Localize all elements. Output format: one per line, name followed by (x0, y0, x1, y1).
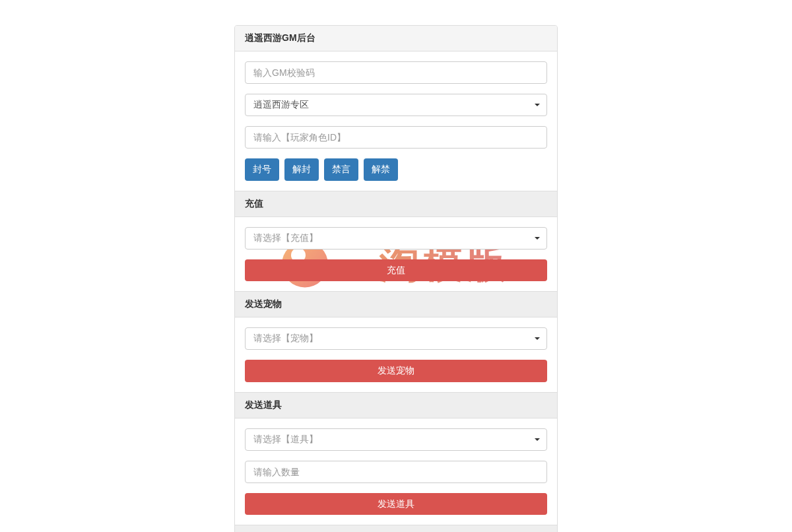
mute-button[interactable]: 禁言 (324, 158, 358, 181)
section-auction-pet: 拍卖宠物 (235, 525, 557, 532)
send-pet-button[interactable]: 发送宠物 (245, 360, 547, 382)
caret-down-icon (535, 237, 540, 240)
ban-button[interactable]: 封号 (245, 158, 279, 181)
item-select-placeholder: 请选择【道具】 (253, 434, 318, 446)
panel-title: 逍遥西游GM后台 (235, 26, 557, 51)
item-qty-input[interactable] (245, 461, 547, 483)
caret-down-icon (535, 438, 540, 441)
recharge-select-placeholder: 请选择【充值】 (253, 232, 318, 244)
item-select[interactable]: 请选择【道具】 (245, 428, 547, 451)
caret-down-icon (535, 337, 540, 340)
player-id-input[interactable] (245, 126, 547, 149)
gm-panel: 逍遥西游GM后台 逍遥西游专区 封号 解封 禁言 解禁 充值 请选择【充值】 (234, 25, 558, 532)
pet-select[interactable]: 请选择【宠物】 (245, 327, 547, 350)
caret-down-icon (535, 104, 540, 106)
section-send-item: 发送道具 (235, 392, 557, 418)
pet-select-placeholder: 请选择【宠物】 (253, 333, 318, 345)
zone-select[interactable]: 逍遥西游专区 (245, 94, 547, 116)
recharge-select[interactable]: 请选择【充值】 (245, 227, 547, 249)
gm-code-input[interactable] (245, 61, 547, 84)
recharge-button[interactable]: 充值 (245, 259, 547, 282)
section-send-pet: 发送宠物 (235, 291, 557, 317)
section-recharge: 充值 (235, 191, 557, 217)
send-item-button[interactable]: 发送道具 (245, 493, 547, 515)
unban-button[interactable]: 解封 (284, 158, 319, 181)
unmute-button[interactable]: 解禁 (364, 158, 398, 181)
zone-select-value: 逍遥西游专区 (253, 99, 309, 111)
